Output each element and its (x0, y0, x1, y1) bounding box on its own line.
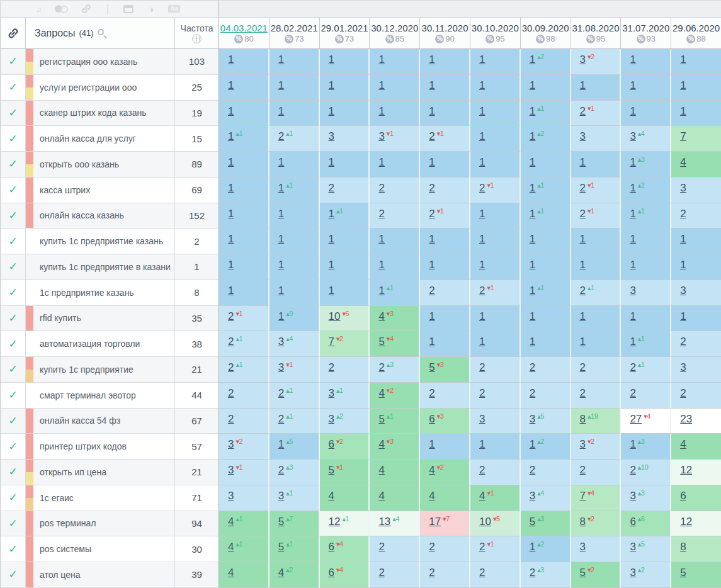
date-link[interactable]: 30.10.2020 (472, 23, 519, 33)
date-column-header[interactable]: 29.01.2021%73 (320, 18, 370, 49)
position-cell[interactable]: 1▴9 (270, 306, 320, 332)
position-cell[interactable]: 10▾6 (320, 306, 370, 332)
position-value[interactable]: 2 (580, 464, 586, 477)
position-cell[interactable]: 3▴4 (270, 331, 320, 357)
position-value[interactable]: 6 (630, 516, 635, 528)
position-value[interactable]: 1 (479, 233, 485, 246)
position-cell[interactable]: 1 (420, 49, 470, 75)
position-value[interactable]: 2 (680, 208, 686, 220)
position-cell[interactable]: 1 (470, 331, 521, 357)
position-cell[interactable]: 2 (370, 178, 420, 203)
position-value[interactable]: 1 (278, 208, 284, 220)
position-cell[interactable]: 1▴1 (521, 178, 571, 203)
position-value[interactable]: 3 (680, 361, 686, 374)
position-value[interactable]: 1 (228, 259, 234, 271)
position-cell[interactable]: 1 (420, 152, 470, 178)
position-cell[interactable]: 1 (270, 280, 320, 306)
position-value[interactable]: 1 (530, 79, 535, 92)
position-value[interactable]: 2 (429, 130, 434, 143)
position-cell[interactable]: 5▾4 (370, 331, 420, 357)
position-cell[interactable]: 2▴1 (571, 280, 622, 306)
position-cell[interactable]: 1 (320, 49, 370, 75)
position-cell[interactable]: 1 (270, 101, 320, 127)
position-value[interactable]: 10 (479, 516, 491, 528)
position-cell[interactable]: 2 (521, 460, 571, 485)
position-cell[interactable]: 2 (420, 562, 470, 588)
position-value[interactable]: 1 (329, 156, 334, 169)
position-value[interactable]: 1 (378, 285, 384, 297)
position-value[interactable]: 5 (530, 516, 535, 528)
position-cell[interactable]: 2 (671, 331, 721, 357)
contrast-icon[interactable]: ◑ (148, 4, 154, 14)
position-cell[interactable]: 1 (420, 229, 470, 254)
position-cell[interactable]: 8▾2 (571, 511, 622, 537)
position-cell[interactable]: 1 (671, 49, 721, 75)
position-cell[interactable]: 1▴1 (270, 178, 320, 203)
position-value[interactable]: 23 (680, 413, 692, 426)
position-cell[interactable]: 6▾4 (320, 536, 370, 562)
position-value[interactable]: 12 (329, 516, 341, 528)
position-value[interactable]: 1 (228, 208, 234, 220)
header-link-cell[interactable] (1, 18, 26, 49)
position-value[interactable]: 7 (680, 130, 686, 143)
position-value[interactable]: 1 (329, 54, 334, 66)
position-value[interactable]: 1 (680, 79, 686, 92)
link-icon[interactable] (81, 3, 92, 14)
position-value[interactable]: 4 (429, 490, 434, 502)
date-link[interactable]: 31.08.2020 (572, 23, 619, 33)
position-value[interactable]: 1 (278, 105, 284, 118)
position-value[interactable]: 3 (278, 336, 284, 348)
position-cell[interactable]: 1 (270, 152, 320, 178)
position-cell[interactable]: 2 (571, 460, 622, 485)
row-checkbox[interactable]: ✓ (1, 203, 26, 229)
position-cell[interactable]: 7▾4 (571, 485, 622, 511)
position-cell[interactable]: 2 (420, 280, 470, 306)
position-value[interactable]: 2 (630, 464, 635, 477)
position-value[interactable]: 2 (580, 105, 586, 118)
position-cell[interactable]: 1 (370, 152, 420, 178)
position-cell[interactable]: 12 (671, 460, 721, 485)
position-value[interactable]: 1 (329, 79, 334, 92)
position-cell[interactable]: 2 (671, 383, 721, 409)
position-value[interactable]: 6 (329, 541, 334, 553)
position-cell[interactable]: 1 (320, 75, 370, 101)
position-value[interactable]: 1 (530, 182, 535, 195)
position-value[interactable]: 6 (329, 567, 334, 579)
position-value[interactable]: 3 (278, 490, 284, 502)
position-value[interactable]: 3 (580, 541, 586, 553)
position-cell[interactable]: 1 (320, 229, 370, 254)
position-value[interactable]: 3 (228, 490, 234, 502)
position-value[interactable]: 1 (278, 285, 284, 297)
date-column-header[interactable]: 28.02.2021%73 (270, 18, 320, 49)
query-cell[interactable]: касса штрих (26, 178, 175, 203)
search-icon[interactable] (98, 29, 104, 35)
position-cell[interactable]: 1 (470, 434, 521, 460)
position-cell[interactable]: 1 (571, 229, 622, 254)
position-cell[interactable]: 5▴3 (521, 511, 571, 537)
position-cell[interactable]: 2 (219, 409, 270, 434)
date-column-header[interactable]: 04.03.2021%80 (219, 18, 270, 49)
position-cell[interactable]: 1 (219, 152, 270, 178)
position-cell[interactable]: 1 (521, 152, 571, 178)
position-cell[interactable]: 3▾1 (270, 357, 320, 383)
position-cell[interactable]: 1 (270, 49, 320, 75)
position-value[interactable]: 1 (530, 259, 535, 271)
position-value[interactable]: 3 (530, 490, 535, 502)
position-cell[interactable]: 2▾1 (571, 101, 622, 127)
position-value[interactable]: 1 (429, 105, 434, 118)
position-value[interactable]: 2 (630, 361, 635, 374)
position-value[interactable]: 4 (429, 464, 434, 477)
date-link[interactable]: 31.07.2020 (622, 23, 669, 33)
position-value[interactable]: 1 (680, 54, 686, 66)
position-cell[interactable]: 5 (671, 562, 721, 588)
position-value[interactable]: 5 (429, 361, 434, 374)
position-cell[interactable]: 1 (571, 254, 622, 280)
position-value[interactable]: 1 (429, 54, 434, 66)
query-cell[interactable]: онлайн касса 54 фз (26, 409, 175, 434)
position-cell[interactable]: 1 (370, 49, 420, 75)
position-cell[interactable]: 1 (621, 306, 671, 332)
position-value[interactable]: 2 (580, 285, 586, 297)
position-value[interactable]: 1 (580, 336, 586, 348)
position-cell[interactable]: 3 (621, 280, 671, 306)
position-value[interactable]: 3 (680, 182, 686, 195)
